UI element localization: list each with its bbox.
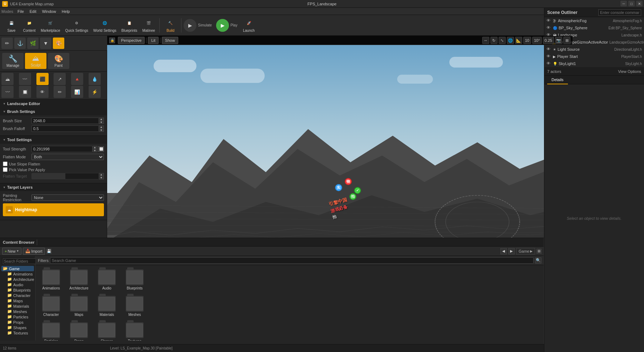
folder-textures[interactable]: Textures: [122, 321, 147, 341]
cb-view-btn[interactable]: ⊞: [536, 249, 541, 254]
landscape-mode-btn[interactable]: 🌿: [27, 38, 39, 49]
painting-restriction-select[interactable]: None Raise Lower: [31, 194, 104, 201]
sculpt-tool-8[interactable]: 👁: [36, 86, 49, 98]
scene-outliner-search[interactable]: [598, 9, 641, 16]
tool-strength-arrow[interactable]: ▲▼: [93, 146, 98, 152]
flatten-target-slider[interactable]: [31, 173, 99, 179]
paint-mode-btn[interactable]: ⚓: [14, 38, 26, 49]
view-options-label[interactable]: View Options: [618, 69, 641, 74]
lit-btn[interactable]: Lit: [148, 37, 159, 44]
brush-size-input[interactable]: [31, 118, 99, 124]
quicksettings-button[interactable]: ⚙ Quick Settings: [63, 16, 90, 34]
folder-materials[interactable]: Materials: [94, 294, 119, 318]
manage-btn[interactable]: 🔧 Manage: [2, 53, 24, 69]
tree-item-materials[interactable]: 📁 Materials: [1, 303, 34, 309]
actor-skylight[interactable]: 👁 💡 SkyLight1 SkyLight.h: [544, 60, 644, 67]
cb-search-icon[interactable]: 🔍: [535, 257, 541, 264]
folder-particles[interactable]: Particles: [39, 321, 64, 341]
sculpt-tool-9[interactable]: ✏: [54, 86, 66, 98]
sculpt-tool-7[interactable]: 🔲: [19, 86, 31, 98]
actor-light-source[interactable]: 👁 ☀ Light Source DirectionalLight.h: [544, 46, 644, 53]
foliage-mode-btn[interactable]: ▼: [40, 38, 51, 49]
vp-rotate-icon[interactable]: ↻: [490, 37, 498, 44]
cb-nav-back[interactable]: ◀: [500, 248, 507, 254]
play-button[interactable]: ▶: [216, 19, 229, 32]
sculpt-tool-6[interactable]: 〰: [1, 86, 14, 98]
actor-player-start[interactable]: 👁 ▶ Player Start PlayerStart.h: [544, 53, 644, 60]
tool-strength-input[interactable]: [31, 146, 93, 152]
tree-item-architecture[interactable]: 📁 Architecture: [1, 277, 34, 282]
vp-grid-icon[interactable]: ⊞: [563, 37, 570, 44]
perspective-btn[interactable]: Perspective: [118, 37, 145, 44]
new-button[interactable]: + New ▼: [2, 248, 21, 255]
minimize-button[interactable]: ─: [620, 1, 627, 6]
sculpt-tool-flatten[interactable]: ⬛: [36, 73, 49, 85]
vp-translate-icon[interactable]: ↔: [482, 37, 489, 44]
menu-item-edit[interactable]: Edit: [27, 8, 39, 15]
sculpt-tool-1[interactable]: 〰: [19, 73, 31, 85]
save-button[interactable]: 💾 Save: [3, 16, 20, 34]
landscape-editor-header[interactable]: Landscape Editor: [0, 100, 107, 108]
tree-item-particles[interactable]: 📁 Particles: [1, 314, 34, 319]
folder-meshes[interactable]: Meshes: [122, 294, 147, 318]
blueprints-button[interactable]: 📋 Blueprints: [119, 16, 139, 34]
flatten-mode-select[interactable]: Both Raise Lower: [31, 154, 104, 160]
sculpt-tool-3[interactable]: ↗: [54, 73, 66, 85]
paint-btn[interactable]: 🎨 Paint: [48, 53, 69, 69]
tree-item-game[interactable]: 📂 Game: [1, 266, 34, 271]
brush-falloff-arrow[interactable]: ▲▼: [99, 125, 104, 132]
target-layers-header[interactable]: Target Layers: [0, 183, 107, 191]
folder-blueprints[interactable]: Blueprints: [122, 268, 147, 292]
sculpt-tool-5[interactable]: 💧: [89, 73, 101, 85]
sculpt-tool-10[interactable]: 📊: [71, 86, 83, 98]
tree-item-textures[interactable]: 📁 Textures: [1, 330, 34, 336]
cb-save-btn[interactable]: 💾: [46, 249, 51, 254]
tree-item-audio[interactable]: 📁 Audio: [1, 282, 34, 287]
sculpt-tool-11[interactable]: ⚡: [89, 86, 101, 98]
tree-item-character[interactable]: 📁 Character: [1, 293, 34, 298]
content-button[interactable]: 📁 Content: [21, 16, 38, 34]
vp-number-1[interactable]: 10: [523, 37, 531, 44]
tree-item-animations[interactable]: 📁 Animations: [1, 271, 34, 277]
vp-surface-icon[interactable]: 📐: [515, 37, 522, 44]
cb-search-input[interactable]: [50, 257, 534, 264]
brush-settings-header[interactable]: Brush Settings: [0, 108, 107, 115]
viewport-lock-icon[interactable]: 🔒: [109, 38, 115, 43]
worldsettings-button[interactable]: 🌐 World Settings: [91, 16, 119, 34]
folder-shapes[interactable]: Shapes: [94, 321, 119, 341]
sculpt-tool-4[interactable]: 🔺: [71, 73, 83, 85]
tool-settings-header[interactable]: Tool Settings: [0, 136, 107, 144]
menu-item-file[interactable]: File: [15, 8, 27, 15]
flatten-target-arrow[interactable]: ▲▼: [99, 173, 104, 179]
vp-camera-icon[interactable]: 📷: [555, 37, 562, 44]
tree-item-blueprints[interactable]: 📁 Blueprints: [1, 287, 34, 293]
close-button[interactable]: ✕: [636, 1, 643, 6]
folder-props[interactable]: Props: [66, 321, 91, 341]
tree-item-meshes[interactable]: 📁 Meshes: [1, 309, 34, 314]
vp-scale-icon[interactable]: ⤡: [499, 37, 506, 44]
actor-atmospheric-fog[interactable]: 👁 🌫 AtmosphericFog AtmosphericFog.h: [544, 17, 644, 24]
actor-bp-sky-sphere[interactable]: 👁 🔵 BP_Sky_Sphere Edit BP_Sky_Sphere: [544, 24, 644, 31]
import-button[interactable]: 📥 Import: [23, 248, 45, 255]
tree-item-props[interactable]: 📁 Props: [1, 319, 34, 325]
show-btn[interactable]: Show: [162, 37, 178, 44]
folder-audio[interactable]: Audio: [94, 268, 119, 292]
marketplace-button[interactable]: 🛒 Marketplace: [39, 16, 62, 34]
heightmap-layer[interactable]: ⛰ Heightmap: [3, 203, 104, 216]
sculpt-btn[interactable]: ⛰ Sculpt: [25, 53, 46, 69]
tree-item-maps[interactable]: 📁 Maps: [1, 298, 34, 303]
vp-world-icon[interactable]: 🌐: [507, 37, 514, 44]
pick-value-per-apply-checkbox[interactable]: [3, 167, 8, 172]
folder-maps[interactable]: Maps: [66, 294, 91, 318]
placement-mode-btn[interactable]: ✏: [1, 38, 13, 49]
search-folders-input[interactable]: [3, 258, 36, 264]
tree-item-shapes[interactable]: 📁 Shapes: [1, 325, 34, 330]
cb-game-breadcrumb[interactable]: Game ▶: [516, 248, 535, 254]
brush-size-arrow[interactable]: ▲▼: [99, 118, 104, 124]
folder-animations[interactable]: Animations: [39, 268, 64, 292]
use-slope-flatten-checkbox[interactable]: [3, 162, 8, 166]
tool-strength-extra[interactable]: ⬜: [98, 146, 104, 152]
menu-item-window[interactable]: Window: [39, 8, 59, 15]
matinee-button[interactable]: 🎬 Matinee: [140, 16, 157, 34]
build-button[interactable]: 🔨 Build: [162, 16, 179, 34]
